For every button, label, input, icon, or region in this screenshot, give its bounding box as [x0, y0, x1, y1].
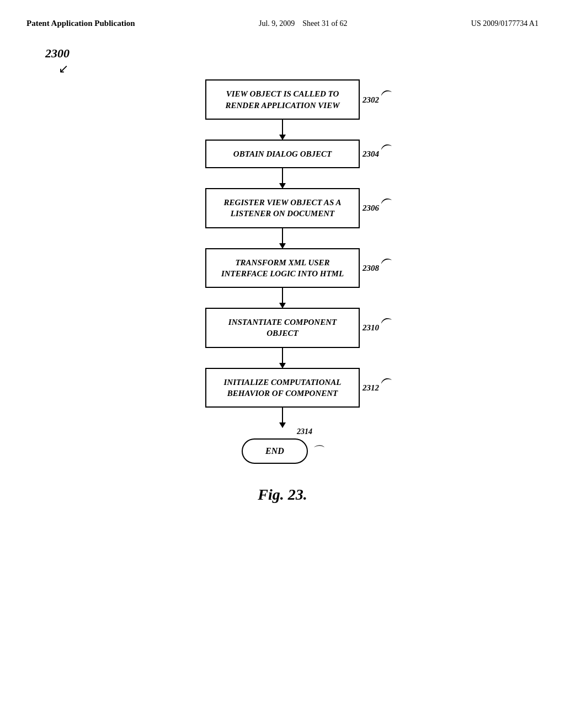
ref-2306: 2306⌒ [363, 199, 395, 217]
page-header: Patent Application Publication Jul. 9, 2… [0, 0, 565, 30]
arrow-3 [282, 228, 283, 248]
flow-box-2310: INSTANTIATE COMPONENT OBJECT 2310⌒ [205, 308, 360, 348]
flow-oval-end: END [242, 438, 308, 464]
ref-2302: 2302⌒ [363, 90, 395, 108]
flow-box-2312: INITIALIZE COMPUTATIONAL BEHAVIOR OF COM… [205, 368, 360, 408]
flow-box-2306: REGISTER VIEW OBJECT AS A LISTENER ON DO… [205, 188, 360, 228]
patent-number: US 2009/0177734 A1 [471, 18, 539, 30]
ref-2312: 2312⌒ [363, 379, 395, 397]
ref-2310: 2310⌒ [363, 319, 395, 336]
header-center: Jul. 9, 2009 Sheet 31 of 62 [259, 18, 348, 30]
flowchart: VIEW OBJECT IS CALLED TO RENDER APPLICAT… [34, 46, 531, 464]
end-ref-label: 2314 [297, 427, 312, 436]
arrow-4 [282, 288, 283, 308]
ref-2304: 2304⌒ [363, 145, 395, 163]
flow-box-2308: TRANSFORM XML USER INTERFACE LOGIC INTO … [205, 248, 360, 288]
arrow-2 [282, 168, 283, 188]
arrow-6 [282, 408, 283, 427]
figure-label: Fig. 23. [0, 486, 565, 520]
arrow-1 [282, 120, 283, 140]
flow-box-2304: OBTAIN DIALOG OBJECT 2304⌒ [205, 140, 360, 168]
sheet-info: Sheet 31 of 62 [302, 19, 347, 28]
arrow-5 [282, 348, 283, 368]
publication-date: Jul. 9, 2009 [259, 19, 295, 28]
flow-box-2302: VIEW OBJECT IS CALLED TO RENDER APPLICAT… [205, 79, 360, 120]
oval-bracket: ⌒ [311, 443, 323, 459]
diagram-area: 2300 ↙ VIEW OBJECT IS CALLED TO RENDER A… [34, 46, 531, 464]
publication-label: Patent Application Publication [26, 18, 135, 29]
ref-2308: 2308⌒ [363, 259, 395, 277]
